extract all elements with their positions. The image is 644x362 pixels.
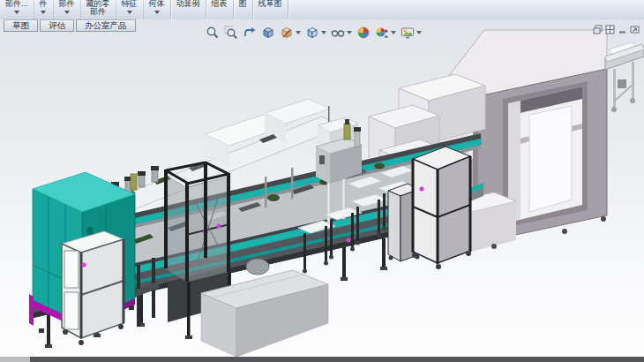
ribbon-item-label: 部件...: [5, 0, 28, 8]
ribbon-group-explode-sketch: 线草图: [253, 0, 288, 19]
ribbon-item-label: 细表: [212, 0, 228, 8]
zoom-to-fit-icon[interactable]: [205, 25, 221, 41]
ribbon-item-show-hidden-components[interactable]: 藏的零 部件: [80, 0, 116, 19]
outfeed-conveyor: [605, 42, 644, 112]
ribbon-item-explode-line-sketch[interactable]: 线草图: [253, 0, 288, 19]
command-manager-tabs: 草图 评估 办公室产品: [4, 19, 138, 34]
ribbon-item-label: 件: [40, 0, 48, 8]
ribbon-group-motion-study: 动算例: [171, 0, 206, 19]
ribbon-item-label: 部件: [59, 0, 75, 8]
ribbon-item-new-motion-study[interactable]: 动算例: [171, 0, 206, 19]
section-view-icon[interactable]: [260, 25, 276, 41]
ribbon-group-assembly: 部件... 件 部件 藏的零 部件 特征 何体: [0, 0, 171, 19]
tab-label: 草图: [12, 20, 29, 32]
window-tile-icon[interactable]: [604, 24, 616, 34]
dropdown-arrow-icon[interactable]: [391, 31, 396, 34]
ribbon-item-bill-of-materials[interactable]: 细表: [206, 0, 233, 19]
tab-label: 办公室产品: [85, 20, 127, 32]
tab-sketch[interactable]: 草图: [4, 19, 38, 32]
bottom-taskbar-edge: [0, 357, 644, 362]
dropdown-arrow-icon[interactable]: [296, 31, 301, 34]
tab-evaluate[interactable]: 评估: [40, 19, 74, 32]
tab-label: 评估: [49, 20, 65, 32]
ribbon-empty-area: [288, 0, 644, 19]
dropdown-arrow-icon[interactable]: [347, 31, 352, 34]
ribbon-toolbar: 部件... 件 部件 藏的零 部件 特征 何体 动算例 细表: [0, 0, 644, 20]
tab-office-products[interactable]: 办公室产品: [76, 19, 136, 32]
ribbon-item-label: 动算例: [176, 0, 200, 8]
window-restore-icon[interactable]: [592, 24, 603, 34]
graphics-viewport[interactable]: [0, 19, 644, 357]
document-window-controls: [591, 24, 640, 34]
ribbon-item-assembly-features[interactable]: 特征: [116, 0, 143, 19]
ribbon-item-label: 特征: [122, 0, 138, 8]
dropdown-arrow-icon[interactable]: [64, 11, 70, 14]
dropdown-arrow-icon[interactable]: [127, 11, 132, 14]
ribbon-group-exploded-view: 图: [234, 0, 253, 19]
ribbon-item-label: 藏的零 部件: [86, 0, 110, 16]
ribbon-item-fasteners[interactable]: 件: [34, 0, 53, 19]
view-settings-icon[interactable]: [400, 25, 423, 41]
ribbon-item-exploded-view[interactable]: 图: [234, 0, 252, 19]
dropdown-arrow-icon[interactable]: [14, 11, 19, 14]
window-close-icon[interactable]: [629, 24, 640, 34]
apply-scene-icon[interactable]: [374, 25, 397, 41]
ribbon-item-label: 图: [239, 0, 247, 8]
ribbon-item-insert-components[interactable]: 部件...: [0, 0, 34, 19]
window-minimize-icon[interactable]: [617, 24, 628, 34]
dropdown-arrow-icon[interactable]: [416, 31, 422, 34]
ribbon-item-reference-geometry[interactable]: 何体: [143, 0, 170, 19]
view-orientation-icon[interactable]: [304, 25, 327, 41]
display-style-icon[interactable]: [279, 25, 302, 41]
heads-up-view-toolbar: [205, 25, 425, 41]
dropdown-arrow-icon[interactable]: [321, 31, 326, 34]
dropdown-arrow-icon[interactable]: [154, 11, 160, 14]
ribbon-group-bom: 细表: [206, 0, 234, 19]
assembly-model: [0, 19, 644, 357]
previous-view-icon[interactable]: [242, 25, 258, 41]
dropdown-arrow-icon[interactable]: [41, 11, 46, 14]
ribbon-item-label: 何体: [149, 0, 165, 8]
hide-show-items-icon[interactable]: [330, 25, 353, 41]
ribbon-item-move-component[interactable]: 部件: [53, 0, 80, 19]
bottom-strip-left: [0, 357, 30, 362]
edit-appearance-icon[interactable]: [356, 25, 371, 41]
ribbon-item-label: 线草图: [258, 0, 282, 8]
white-cabinet: [62, 231, 125, 345]
zoom-to-area-icon[interactable]: [223, 25, 239, 41]
